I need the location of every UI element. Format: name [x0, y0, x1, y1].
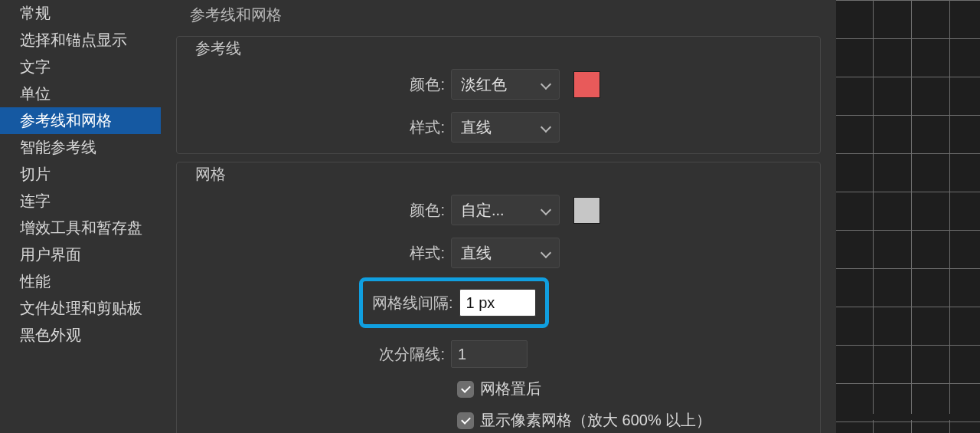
chevron-down-icon	[541, 248, 551, 258]
sidebar-item-hyphenation[interactable]: 连字	[0, 188, 161, 215]
sidebar-item-label: 性能	[20, 273, 51, 290]
grid-style-label: 样式:	[177, 243, 451, 264]
guides-legend-wrap: 参考线	[191, 38, 246, 59]
sidebar-item-performance[interactable]: 性能	[0, 268, 161, 295]
guides-style-label: 样式:	[177, 117, 451, 138]
grid-in-back-row: 网格置后	[177, 379, 820, 399]
guides-color-select[interactable]: 淡红色	[451, 69, 560, 100]
sidebar-item-label: 选择和锚点显示	[20, 31, 127, 48]
guides-color-row: 颜色: 淡红色	[177, 69, 820, 100]
sidebar-item-type[interactable]: 文字	[0, 54, 161, 80]
sidebar-item-label: 参考线和网格	[20, 112, 112, 129]
sidebar-item-label: 黑色外观	[20, 326, 81, 343]
gridline-every-input[interactable]: 1 px	[459, 289, 536, 317]
grid-style-select[interactable]: 直线	[451, 238, 560, 268]
sidebar-item-label: 切片	[20, 166, 51, 182]
sidebar-item-guides-grid[interactable]: 参考线和网格	[0, 107, 161, 134]
grid-in-back-checkbox[interactable]	[457, 381, 474, 398]
show-pixel-grid-checkbox[interactable]	[457, 412, 474, 429]
page-title: 参考线和网格	[176, 0, 821, 28]
guides-style-value: 直线	[461, 117, 492, 138]
sidebar-item-slices[interactable]: 切片	[0, 161, 161, 188]
sidebar-item-user-interface[interactable]: 用户界面	[0, 241, 161, 268]
guides-color-label: 颜色:	[177, 74, 451, 95]
gridline-every-value: 1 px	[466, 294, 495, 312]
sidebar-item-label: 智能参考线	[20, 139, 96, 156]
grid-fieldset: 网格 颜色: 自定... 样式: 直线 网格线间隔: 1 px 次分隔线:	[176, 162, 821, 433]
sidebar-item-label: 单位	[20, 85, 51, 102]
chevron-down-icon	[541, 122, 551, 133]
grid-color-label: 颜色:	[177, 200, 451, 221]
guides-fieldset: 参考线 颜色: 淡红色 样式: 直线	[176, 36, 821, 154]
show-pixel-grid-label: 显示像素网格（放大 600% 以上）	[480, 410, 711, 431]
grid-preview	[836, 0, 980, 433]
sidebar-item-label: 连字	[20, 192, 51, 209]
grid-color-swatch[interactable]	[573, 197, 600, 224]
guides-color-value: 淡红色	[461, 74, 507, 95]
checkmark-icon	[461, 415, 471, 425]
guides-style-select[interactable]: 直线	[451, 112, 560, 143]
sidebar-item-label: 常规	[20, 5, 51, 21]
grid-in-back-label: 网格置后	[480, 379, 541, 399]
sidebar-item-units[interactable]: 单位	[0, 80, 161, 107]
grid-legend: 网格	[195, 166, 226, 182]
guides-color-swatch[interactable]	[573, 71, 600, 98]
grid-style-row: 样式: 直线	[177, 238, 820, 268]
sidebar-item-smart-guides[interactable]: 智能参考线	[0, 134, 161, 161]
subdivisions-label: 次分隔线:	[177, 344, 451, 365]
sidebar-item-label: 文字	[20, 58, 51, 75]
sidebar-item-black-appearance[interactable]: 黑色外观	[0, 322, 161, 349]
grid-color-row: 颜色: 自定...	[177, 195, 820, 225]
subdivisions-input[interactable]: 1	[451, 340, 528, 368]
sidebar-item-general[interactable]: 常规	[0, 0, 161, 27]
guides-style-row: 样式: 直线	[177, 112, 820, 143]
gridline-every-label: 网格线间隔:	[372, 293, 453, 313]
grid-color-select[interactable]: 自定...	[451, 195, 560, 225]
sidebar: 常规 选择和锚点显示 文字 单位 参考线和网格 智能参考线 切片 连字 增效工具…	[0, 0, 161, 433]
grid-preview-gap	[836, 414, 980, 420]
content-panel: 参考线和网格 参考线 颜色: 淡红色 样式: 直线 网格 颜色:	[161, 0, 836, 433]
chevron-down-icon	[541, 205, 551, 215]
show-pixel-grid-row: 显示像素网格（放大 600% 以上）	[177, 410, 820, 431]
sidebar-item-label: 文件处理和剪贴板	[20, 300, 142, 317]
sidebar-item-selection-anchor[interactable]: 选择和锚点显示	[0, 27, 161, 54]
sidebar-item-plugins-scratch[interactable]: 增效工具和暂存盘	[0, 215, 161, 241]
guides-legend: 参考线	[195, 40, 241, 57]
chevron-down-icon	[541, 79, 551, 90]
subdivisions-value: 1	[458, 346, 466, 363]
gridline-every-highlight: 网格线间隔: 1 px	[359, 277, 549, 328]
sidebar-item-file-clipboard[interactable]: 文件处理和剪贴板	[0, 295, 161, 322]
grid-color-value: 自定...	[461, 200, 505, 221]
sidebar-item-label: 用户界面	[20, 246, 81, 263]
subdivisions-row: 次分隔线: 1	[177, 340, 820, 368]
checkmark-icon	[461, 383, 471, 393]
sidebar-item-label: 增效工具和暂存盘	[20, 219, 142, 236]
grid-legend-wrap: 网格	[191, 164, 230, 185]
grid-style-value: 直线	[461, 243, 492, 264]
